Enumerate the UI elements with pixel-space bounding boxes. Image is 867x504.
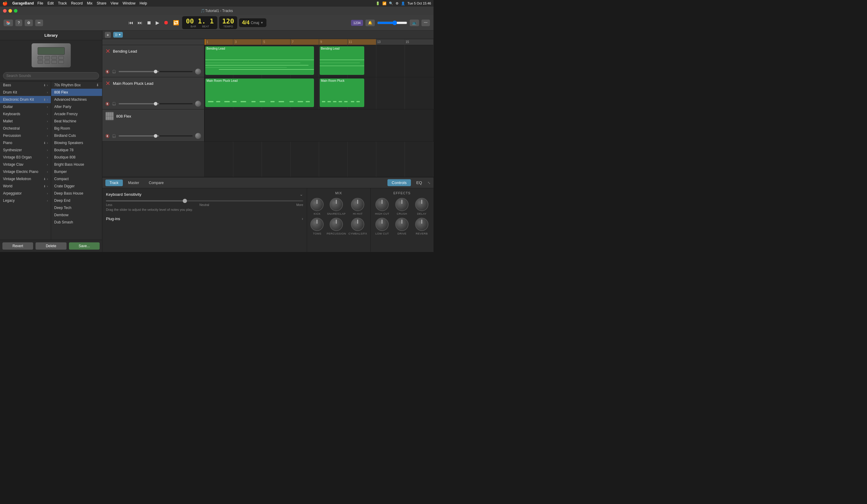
tempo-display[interactable]: 120 TEMPO [219, 16, 237, 29]
search-icon[interactable]: 🔍 [389, 1, 393, 6]
sensitivity-expand-button[interactable]: ⌄ [300, 192, 303, 197]
sound-item-afterparty[interactable]: After Party [51, 103, 102, 110]
category-item-arp[interactable]: Arpeggiator › [0, 190, 51, 197]
menu-share[interactable]: Share [97, 1, 106, 6]
sound-item-compact[interactable]: Compact [51, 175, 102, 183]
clip-bending-lead-2[interactable]: Bending Lead [320, 46, 364, 75]
category-item-vb3[interactable]: Vintage B3 Organ › [0, 154, 51, 161]
loop-button[interactable]: 🔁 [172, 19, 180, 26]
sound-item-deepend[interactable]: Deep End [51, 197, 102, 204]
tab-compare[interactable]: Compare [144, 179, 168, 186]
solo-button[interactable]: 🎧 [112, 102, 116, 106]
category-item-edk[interactable]: Electronic Drum Kit ⬇ › [0, 96, 51, 103]
category-item-drumkit[interactable]: Drum Kit › [0, 89, 51, 96]
close-button[interactable] [3, 9, 7, 13]
metronome-button[interactable]: 🔔 [365, 20, 375, 26]
tuner-button[interactable]: 1234 [351, 20, 363, 26]
volume-slider[interactable] [119, 103, 193, 105]
sound-item-808flex[interactable]: 808 Flex [51, 89, 102, 96]
delete-button[interactable]: Delete [35, 242, 66, 250]
sound-item-bumper[interactable]: Bumper [51, 168, 102, 175]
search-input[interactable] [3, 72, 99, 79]
lowcut-knob[interactable] [375, 218, 389, 231]
kick-knob[interactable] [310, 198, 324, 211]
category-item-orchestral[interactable]: Orchestral › [0, 125, 51, 132]
sound-item-arcade[interactable]: Arcade Frenzy [51, 110, 102, 118]
library-button[interactable]: 📚 [3, 20, 13, 26]
sound-item-boutique78[interactable]: Boutique 78 [51, 146, 102, 154]
sound-item-deepbass[interactable]: Deep Bass House [51, 190, 102, 197]
category-item-synth[interactable]: Synthesizer › [0, 146, 51, 154]
sound-item-bigroom[interactable]: Big Room [51, 125, 102, 132]
menu-edit[interactable]: Edit [47, 1, 54, 6]
menu-file[interactable]: File [37, 1, 43, 6]
scissors-button[interactable]: ✂ [35, 20, 43, 26]
rewind-button[interactable]: ⏮ [127, 20, 135, 26]
record-button[interactable]: ⏺ [162, 19, 170, 26]
category-item-vmell[interactable]: Vintage Mellotron ⬇ › [0, 175, 51, 183]
tab-track[interactable]: Track [105, 179, 123, 186]
sound-item-dembow[interactable]: Dembow [51, 211, 102, 219]
add-track-button[interactable]: + [105, 32, 111, 38]
screen-button[interactable]: 📺 [410, 20, 419, 26]
cymbals-knob[interactable] [351, 218, 364, 231]
sound-item-dubsmash[interactable]: Dub Smash [51, 219, 102, 226]
tab-controls[interactable]: Controls [387, 179, 411, 186]
solo-button[interactable]: 🎧 [112, 134, 116, 138]
category-item-guitar[interactable]: Guitar › [0, 103, 51, 110]
sound-item-cratedigger[interactable]: Crate Digger [51, 183, 102, 190]
sound-item-brightbass[interactable]: Bright Bass House [51, 161, 102, 168]
percussion-knob[interactable] [330, 218, 343, 231]
expand-panel-button[interactable]: ⤡ [427, 179, 430, 186]
snare-knob[interactable] [330, 198, 343, 211]
category-item-world[interactable]: World ⬇ › [0, 183, 51, 190]
sound-item-birdland[interactable]: Birdland Cuts [51, 132, 102, 139]
category-item-vep[interactable]: Vintage Electric Piano › [0, 168, 51, 175]
category-item-keyboards[interactable]: Keyboards › [0, 110, 51, 118]
hihat-knob[interactable] [351, 198, 364, 211]
smart-controls-button[interactable]: ⟩⟩ ✦ [113, 32, 123, 37]
sensitivity-slider[interactable] [106, 200, 303, 201]
category-item-mallet[interactable]: Mallet › [0, 118, 51, 125]
time-sig-display[interactable]: 4/4 Cmaj ▼ [239, 18, 266, 27]
menu-window[interactable]: Window [122, 1, 136, 6]
master-volume-slider[interactable] [377, 20, 407, 25]
stop-button[interactable]: ⏹ [146, 20, 153, 26]
settings-button[interactable]: ⚙ [25, 20, 33, 26]
sound-item-beatmachine[interactable]: Beat Machine [51, 118, 102, 125]
mute-button[interactable]: 🔇 [105, 70, 109, 74]
revert-button[interactable]: Revert [2, 242, 33, 250]
maximize-button[interactable] [14, 9, 18, 13]
volume-slider[interactable] [119, 71, 193, 72]
notification-icon[interactable]: 👤 [401, 1, 405, 6]
menu-track[interactable]: Track [58, 1, 67, 6]
tab-master[interactable]: Master [124, 179, 143, 186]
tab-eq[interactable]: EQ [412, 179, 426, 186]
category-item-piano[interactable]: Piano ⬇ › [0, 139, 51, 146]
wave-button[interactable]: 〰 [421, 20, 430, 26]
menu-view[interactable]: View [110, 1, 118, 6]
help-button[interactable]: ? [15, 20, 22, 26]
category-item-bass[interactable]: Bass ⬇ › [0, 81, 51, 89]
mute-button[interactable]: 🔇 [105, 134, 109, 138]
mute-button[interactable]: 🔇 [105, 102, 109, 106]
drive-knob[interactable] [395, 218, 408, 231]
volume-slider[interactable] [119, 135, 193, 136]
menu-help[interactable]: Help [140, 1, 147, 6]
play-button[interactable]: ▶ [154, 19, 160, 26]
control-center-icon[interactable]: ⚙ [396, 1, 398, 6]
sound-item-boutique808[interactable]: Boutique 808 [51, 154, 102, 161]
clip-main-room-2[interactable]: Main Room Pluck [320, 78, 364, 107]
range-thumb[interactable] [183, 199, 187, 203]
pan-knob[interactable] [195, 68, 201, 75]
delay-knob[interactable] [415, 198, 428, 211]
clip-bending-lead-1[interactable]: Bending Lead [205, 46, 314, 75]
sound-item-70s[interactable]: 70s Rhythm Box ⬇ [51, 81, 102, 89]
toms-knob[interactable] [310, 218, 324, 231]
category-item-vclav[interactable]: Vintage Clav › [0, 161, 51, 168]
sound-item-advanced[interactable]: Advanced Machines [51, 96, 102, 103]
minimize-button[interactable] [8, 9, 12, 13]
solo-button[interactable]: 🎧 [112, 70, 116, 74]
sound-item-blowing[interactable]: Blowing Speakers [51, 139, 102, 146]
apple-menu[interactable]: 🍎 [2, 1, 8, 6]
